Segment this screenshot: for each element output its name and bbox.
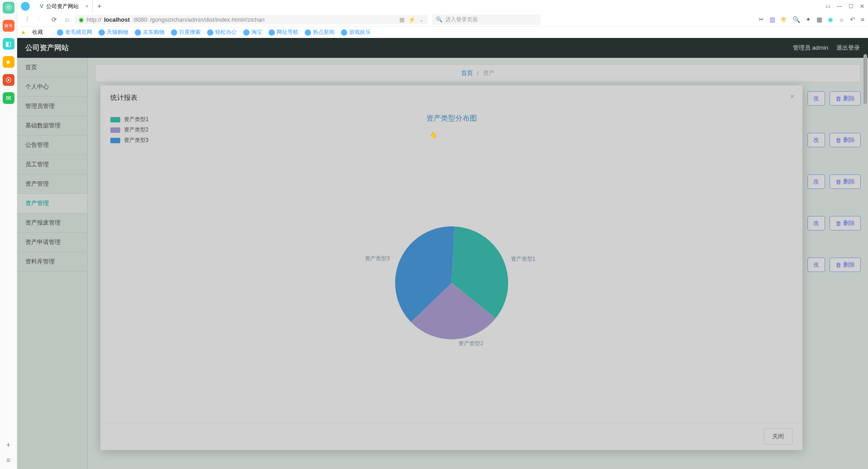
search-input[interactable]: 🔍 进入登录页面: [432, 14, 541, 25]
url-input[interactable]: ◉ http://localhost:8080/gongsizichan/adm…: [75, 15, 428, 24]
forward-icon[interactable]: 〉: [35, 15, 45, 23]
url-host: localhost: [104, 16, 130, 23]
puzzle-icon[interactable]: ✦: [806, 16, 811, 23]
bookmark-item[interactable]: 游戏娱乐: [341, 28, 371, 36]
favorite-star-icon[interactable]: ★: [21, 29, 26, 36]
site-icon: [269, 29, 275, 36]
site-icon: [207, 29, 213, 36]
chevron-down-icon[interactable]: ⌄: [419, 16, 424, 23]
site-icon: [341, 29, 347, 36]
quick-icon-cube[interactable]: ◧: [3, 38, 14, 38]
fav-label: 收藏: [32, 28, 43, 36]
qr-icon[interactable]: ▦: [399, 16, 405, 23]
modal-mask[interactable]: [17, 38, 868, 38]
bolt-icon[interactable]: ⚡: [408, 16, 415, 23]
quick-icon-badge[interactable]: 账号: [3, 20, 14, 32]
site-icon: [57, 29, 63, 36]
bookmark-item[interactable]: 网址导航: [269, 28, 298, 36]
quick-icon-browser[interactable]: ⓔ: [3, 2, 14, 14]
bookmark-item[interactable]: 京东购物: [135, 28, 165, 36]
vue-icon: V: [40, 3, 43, 9]
tab-title: 公司资产网站: [46, 3, 79, 10]
address-bar: 〈 〉 ⟳ ⌂ ◉ http://localhost:8080/gongsizi…: [17, 13, 868, 26]
browser-chrome: V 公司资产网站 × + ▭ — ☐ ✕ 〈 〉 ⟳ ⌂ ◉ http://lo…: [17, 0, 868, 38]
reload-icon[interactable]: ⟳: [50, 16, 59, 23]
zoom-icon[interactable]: 🔍: [793, 16, 800, 23]
tab-bar: V 公司资产网站 × + ▭ — ☐ ✕: [17, 0, 868, 13]
site-icon: [135, 29, 141, 36]
back-icon[interactable]: 〈: [21, 15, 31, 23]
site-icon: [99, 29, 105, 36]
url-path: /gongsizichan/admin/dist/index.html#/zic…: [150, 16, 265, 23]
url-prefix: http://: [86, 16, 101, 23]
bookmark-item[interactable]: 轻松办公: [207, 28, 237, 36]
grid-icon[interactable]: ▦: [816, 16, 822, 23]
bookmark-item[interactable]: 百度搜索: [171, 28, 201, 36]
shield-icon: ◉: [79, 16, 84, 23]
window-close-icon[interactable]: ✕: [860, 3, 864, 9]
bookmark-item[interactable]: 淘宝: [243, 28, 262, 36]
site-icon: [243, 29, 250, 36]
bookmark-item[interactable]: 天猫购物: [99, 28, 128, 36]
home-icon[interactable]: ⌂: [63, 16, 71, 23]
url-port: :8080: [132, 16, 147, 23]
undo-icon[interactable]: ↶: [850, 16, 855, 23]
bookmark-item[interactable]: 老毛桃官网: [57, 28, 92, 36]
site-icon: [171, 29, 177, 36]
search-placeholder: 进入登录页面: [445, 16, 478, 23]
os-quick-bar: ⓔ 账号 ◧ ★ ⦿ ✉ + ≡: [0, 0, 17, 38]
maximize-icon[interactable]: ☐: [849, 3, 854, 9]
sun-icon[interactable]: ☼: [839, 16, 844, 23]
app-menu-icon[interactable]: ▭: [826, 3, 830, 9]
globe-icon[interactable]: ◉: [828, 16, 833, 23]
new-tab-button[interactable]: +: [93, 2, 106, 10]
hamburger-icon[interactable]: ≡: [861, 16, 864, 23]
minimize-icon[interactable]: —: [837, 3, 842, 9]
bookmark-bar: ★ 收藏 · 老毛桃官网 天猫购物 京东购物 百度搜索 轻松办公 淘宝 网址导航…: [17, 26, 868, 38]
search-icon: 🔍: [436, 16, 443, 23]
close-icon[interactable]: ×: [85, 3, 89, 9]
bookmark-item[interactable]: 热点新闻: [305, 28, 335, 36]
shield2-icon[interactable]: ⛨: [781, 16, 787, 23]
browser-tab[interactable]: V 公司资产网站 ×: [35, 0, 93, 13]
app-root: 公司资产网站 管理员 admin 退出登录 首页个人中心管理员管理基础数据管理公…: [17, 38, 868, 38]
trello-icon[interactable]: ▥: [769, 16, 775, 23]
scissors-icon[interactable]: ✂: [759, 16, 764, 23]
site-icon: [305, 29, 311, 36]
